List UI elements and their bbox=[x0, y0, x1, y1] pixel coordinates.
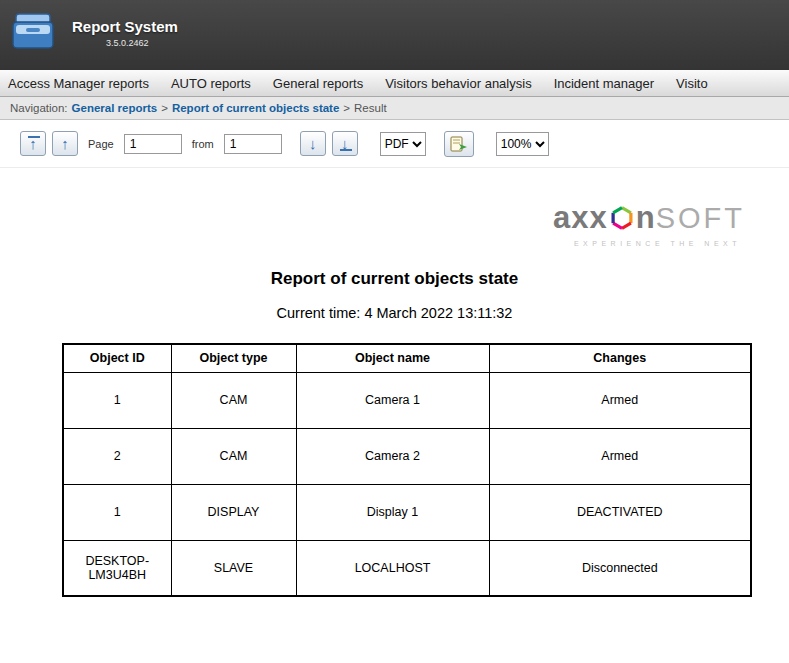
next-page-button[interactable]: ↓ bbox=[300, 131, 326, 156]
logo-text-axx: axx bbox=[553, 200, 608, 236]
app-header: Report System 3.5.0.2462 bbox=[0, 0, 789, 70]
tab-visitors-truncated[interactable]: Visito bbox=[676, 76, 708, 91]
last-page-button[interactable]: ↓ bbox=[332, 131, 358, 156]
report-page: axx n soft EXPERIENCE THE NEXT Report of… bbox=[0, 168, 789, 663]
arrow-down-icon: ↓ bbox=[309, 136, 317, 151]
report-title: Report of current objects state bbox=[0, 269, 789, 289]
first-page-bar-icon bbox=[28, 136, 40, 138]
axxonsoft-logo: axx n soft EXPERIENCE THE NEXT bbox=[0, 168, 789, 247]
cell-object-id: 1 bbox=[63, 484, 171, 540]
page-label: Page bbox=[88, 138, 114, 150]
arrow-up-icon: ↑ bbox=[61, 136, 69, 151]
tab-visitors-behavior-analysis[interactable]: Visitors behavior analysis bbox=[385, 76, 531, 91]
table-row: 2 CAM Camera 2 Armed bbox=[63, 428, 751, 484]
app-title: Report System bbox=[72, 18, 178, 35]
cell-changes: Armed bbox=[489, 372, 751, 428]
cell-changes: Armed bbox=[489, 428, 751, 484]
cell-object-id: 1 bbox=[63, 372, 171, 428]
table-header-row: Object ID Object type Object name Change… bbox=[63, 344, 751, 372]
column-header-object-id: Object ID bbox=[63, 344, 171, 372]
app-window: Report System 3.5.0.2462 Access Manager … bbox=[0, 0, 789, 663]
breadcrumb-separator: > bbox=[161, 102, 168, 114]
cell-object-name: Display 1 bbox=[296, 484, 489, 540]
table-row: DESKTOP-LM3U4BH SLAVE LOCALHOST Disconne… bbox=[63, 540, 751, 596]
cell-changes: DEACTIVATED bbox=[489, 484, 751, 540]
tab-incident-manager[interactable]: Incident manager bbox=[554, 76, 654, 91]
breadcrumb-link-report-current-objects-state[interactable]: Report of current objects state bbox=[172, 102, 339, 114]
objects-state-table: Object ID Object type Object name Change… bbox=[62, 343, 752, 597]
export-icon bbox=[450, 136, 468, 152]
tab-auto-reports[interactable]: AUTO reports bbox=[171, 76, 251, 91]
cell-object-id: DESKTOP-LM3U4BH bbox=[63, 540, 171, 596]
report-current-time: Current time: 4 March 2022 13:11:32 bbox=[0, 305, 789, 321]
logo-text-n: n bbox=[636, 200, 656, 236]
previous-page-button[interactable]: ↑ bbox=[52, 131, 78, 156]
tab-access-manager-reports[interactable]: Access Manager reports bbox=[8, 76, 149, 91]
cell-object-name: Camera 2 bbox=[296, 428, 489, 484]
cell-object-name: LOCALHOST bbox=[296, 540, 489, 596]
cell-changes: Disconnected bbox=[489, 540, 751, 596]
last-page-bar-icon bbox=[340, 149, 352, 151]
table-row: 1 CAM Camera 1 Armed bbox=[63, 372, 751, 428]
logo-tagline: EXPERIENCE THE NEXT bbox=[0, 240, 745, 247]
cell-object-type: CAM bbox=[171, 372, 296, 428]
zoom-select[interactable]: 100% bbox=[496, 132, 549, 156]
column-header-changes: Changes bbox=[489, 344, 751, 372]
app-version: 3.5.0.2462 bbox=[106, 38, 178, 48]
column-header-object-type: Object type bbox=[171, 344, 296, 372]
arrow-up-icon: ↑ bbox=[29, 136, 37, 151]
cell-object-name: Camera 1 bbox=[296, 372, 489, 428]
cell-object-id: 2 bbox=[63, 428, 171, 484]
export-button[interactable] bbox=[444, 131, 474, 157]
breadcrumb-current-result: Result bbox=[354, 102, 387, 114]
total-pages-input[interactable] bbox=[224, 134, 282, 154]
cell-object-type: SLAVE bbox=[171, 540, 296, 596]
report-system-icon bbox=[10, 8, 62, 56]
table-row: 1 DISPLAY Display 1 DEACTIVATED bbox=[63, 484, 751, 540]
app-title-block: Report System 3.5.0.2462 bbox=[72, 8, 178, 48]
from-label: from bbox=[192, 138, 214, 150]
column-header-object-name: Object name bbox=[296, 344, 489, 372]
cell-object-type: DISPLAY bbox=[171, 484, 296, 540]
breadcrumb-link-general-reports[interactable]: General reports bbox=[72, 102, 158, 114]
first-page-button[interactable]: ↑ bbox=[20, 131, 46, 156]
logo-text-soft: soft bbox=[656, 202, 745, 235]
page-number-input[interactable] bbox=[124, 134, 182, 154]
breadcrumb-prefix: Navigation: bbox=[10, 102, 68, 114]
export-format-select[interactable]: PDF bbox=[380, 132, 426, 156]
report-toolbar: ↑ ↑ Page from ↓ ↓ PDF bbox=[0, 120, 789, 168]
breadcrumb: Navigation: General reports > Report of … bbox=[0, 97, 789, 120]
hexagon-logo-icon bbox=[609, 205, 635, 231]
report-tabs-bar: Access Manager reports AUTO reports Gene… bbox=[0, 70, 789, 97]
cell-object-type: CAM bbox=[171, 428, 296, 484]
tab-general-reports[interactable]: General reports bbox=[273, 76, 363, 91]
breadcrumb-separator: > bbox=[343, 102, 350, 114]
